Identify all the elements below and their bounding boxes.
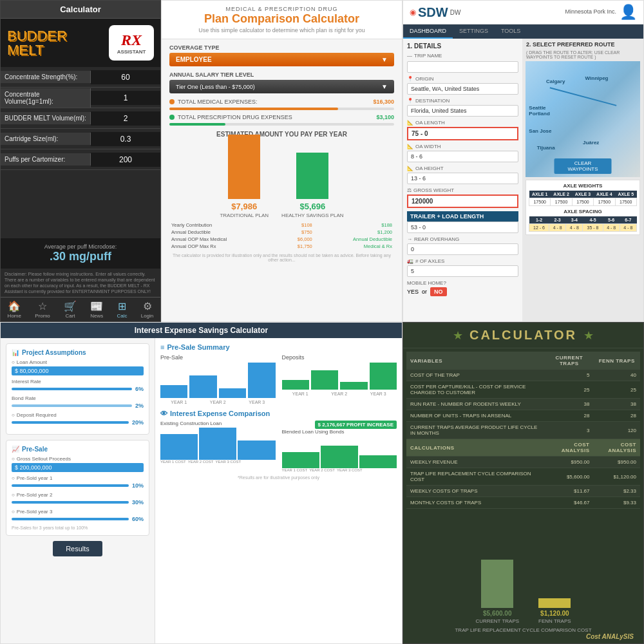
interest-rate-slider[interactable]	[12, 388, 132, 390]
trap-var-row: RUN RATE - NUMBER OF RODENTS WEEKLY3838	[406, 399, 640, 410]
plan-comparison-panel: MEDICAL & PRESCRIPTION DRUG Plan Compari…	[161, 0, 402, 322]
calc-nav-item[interactable]: 🛒Cart	[64, 300, 77, 319]
deposit-bar-1	[282, 380, 309, 390]
trap-calc-fenn: $9.33	[593, 497, 640, 509]
calc-nav-item[interactable]: 🏠Home	[8, 300, 21, 319]
plan-title: Plan Comparison Calculator	[169, 12, 394, 26]
trap-header-title: CALCULATOR	[469, 328, 577, 343]
calc-nav-item[interactable]: ⊞Calc	[117, 300, 127, 319]
trap-var-current: 25	[545, 381, 593, 399]
trap-calc-current: $46.67	[545, 497, 593, 509]
list-icon: ≡	[160, 343, 164, 351]
calc-nav: 🏠Home☆Promo🛒Cart📰News⊞Calc⚙Login	[1, 297, 160, 321]
trap-table-section: VARIABLES CURRENT TRAPS FENN TRAPS COST …	[403, 348, 643, 560]
presold-y2-slider[interactable]	[12, 501, 129, 504]
trap-bar-chart: $5,600.00 CURRENT TRAPS $1,120.00 FENN T…	[410, 566, 637, 624]
blended-bar-1	[282, 452, 319, 468]
map-label-juarez: Juárez	[583, 140, 599, 146]
blended-year-labels: YEAR 1 COST YEAR 2 COST YEAR 3 COST	[282, 468, 397, 472]
expense-value: $16,300	[373, 99, 394, 105]
route-nav-item[interactable]: DASHBOARD	[403, 24, 453, 39]
fenn-traps-header: FENN TRAPS	[593, 352, 640, 370]
blended-loan-label: Blended Loan Using Bonds	[282, 429, 397, 435]
route-nav-item[interactable]: TOOLS	[495, 24, 527, 39]
calc-field-value[interactable]: 0.3	[91, 132, 160, 146]
plan-bar-value: $7,986	[231, 202, 257, 211]
route-oa-width-value: 8 - 6	[407, 151, 518, 162]
presale-bar-1	[160, 385, 187, 398]
axle-spacing-header: 3-4	[566, 216, 583, 224]
trap-calc-row: WEEKLY COSTS OF TRAPS$11.67$2.33	[406, 486, 640, 497]
presale-box: 📈 Pre-Sale ○ Gross Sellout Proceeds $ 20…	[6, 440, 149, 536]
route-map-note: ( DRAG THE ROUTE TO ALTER; USE CLEAR WAY…	[522, 50, 643, 61]
plan-table-label: Annual OOP Max Medical	[169, 236, 279, 243]
map-label-calgary: Calgary	[546, 79, 565, 84]
calc-nav-item[interactable]: 📰News	[90, 300, 103, 319]
calc-field-value[interactable]: 200	[91, 153, 160, 167]
plan-header-sub: MEDICAL & PRESCRIPTION DRUG	[169, 6, 394, 12]
trap-variables-table: VARIABLES CURRENT TRAPS FENN TRAPS COST …	[406, 352, 640, 509]
nav-icon: ☆	[35, 300, 50, 312]
trap-var-label: RUN RATE - NUMBER OF RODENTS WEEKLY	[406, 399, 545, 410]
route-oa-width-label: 📐 OA WIDTH	[407, 144, 518, 149]
deposits-year-labels: YEAR 1 YEAR 2 YEAR 3	[282, 392, 397, 396]
calc-field-value[interactable]: 60	[91, 70, 160, 84]
plan-table-row: Yearly Contribution$108$188	[169, 222, 394, 229]
axle-weights-title: AXLE WEIGHTS	[529, 183, 637, 189]
plan-coverage-dropdown[interactable]: EMPLOYEE▼	[169, 53, 394, 66]
route-nav-item[interactable]: SETTINGS	[453, 24, 495, 39]
calc-field-value[interactable]: 1	[91, 91, 160, 105]
bond-rate-slider-row: 2%	[12, 402, 144, 409]
interest-results: ≡ Pre-Sale Summary Pre-Sale	[155, 338, 402, 643]
presold-y1-slider[interactable]	[12, 484, 129, 487]
plan-est-label: ESTIMATED AMOUNT YOU PAY PER YEAR	[169, 131, 394, 138]
map-label-winnipeg: Winnipeg	[585, 75, 609, 81]
plan-table-trad: $6,000	[279, 236, 314, 243]
presales-note: Pre-Sales for 3 years total up to 100%	[12, 526, 144, 530]
calc-nav-item[interactable]: ⚙Login	[141, 300, 154, 319]
plan-coverage-label: COVERAGE TYPE	[169, 44, 394, 51]
calc-result-area: Average per puff Microdose: .30 mg/puff	[1, 238, 160, 269]
gross-sellout-label: ○ Gross Sellout Proceeds	[12, 456, 144, 462]
interest-rate-value: 6%	[135, 386, 144, 392]
var-col-header: VARIABLES	[406, 352, 545, 370]
existing-year-1: YEAR 1 COST	[160, 460, 186, 464]
route-dest: 📍 DESTINATION Florida, United States	[407, 98, 518, 117]
route-trip-name: — TRIP NAME	[407, 53, 518, 73]
calc-nav-item[interactable]: ☆Promo	[35, 300, 50, 319]
plan-bars: $7,986 TRADITIONAL PLAN $5,696 HEALTHY S…	[169, 141, 394, 218]
yes-option[interactable]: YES	[407, 289, 419, 295]
bond-rate-slider[interactable]	[12, 404, 132, 407]
deposit-slider[interactable]	[12, 421, 129, 424]
blended-loan-bars	[282, 436, 397, 468]
presold-y3-slider[interactable]	[12, 518, 129, 520]
rx-logo: RX ASSISTANT	[109, 25, 154, 61]
trap-bar-name: CURRENT TRAPS	[475, 618, 519, 624]
route-mobile-home: MOBILE HOME? YES or NO	[407, 280, 518, 296]
calc-field-value[interactable]: 2	[91, 111, 160, 126]
route-trip-name-input[interactable]	[407, 61, 518, 73]
nav-icon: ⊞	[117, 300, 127, 312]
presale-bar-4	[248, 363, 275, 398]
axle-weight-value: 17500	[551, 198, 572, 206]
interest-header: Interest Expense Savings Calculator	[1, 323, 402, 338]
calc-field-row: Concentrate Strength(%):60	[1, 67, 160, 88]
plan-expenses: TOTAL MEDICAL EXPENSES: $16,300 TOTAL PR…	[169, 99, 394, 126]
expense-label: TOTAL PRESCRIPTION DRUG EXPENSES	[178, 114, 376, 120]
route-gross-weight: ⚖ GROSS WEIGHT 120000	[407, 187, 518, 208]
calc-field-label: Cartridge Size(ml):	[1, 133, 91, 145]
route-origin-value: Seattle, WA, United States	[407, 83, 518, 95]
trap-var-row: CURRENT TRAPS AVERAGE PRODUCT LIFE CYCLE…	[406, 422, 640, 439]
results-button[interactable]: Results	[53, 541, 102, 556]
trap-var-label: COST OF THE TRAP	[406, 370, 545, 381]
axle-weight-header: AXLE 2	[551, 191, 572, 198]
plan-salary-dropdown[interactable]: Tier One (Less than - $75,000)▼	[169, 80, 394, 93]
route-rear-overhang: → REAR OVERHANG 0	[407, 236, 518, 255]
map-clear-waypoints-button[interactable]: CLEAR WAYPOINTS	[554, 158, 612, 174]
no-option[interactable]: NO	[430, 287, 447, 296]
calc-result-label: Average per puff Microdose:	[5, 243, 156, 250]
current-traps-header: CURRENT TRAPS	[545, 352, 593, 370]
plan-bar-group: $7,986 TRADITIONAL PLAN	[220, 135, 269, 218]
chart-icon: 📊	[12, 349, 19, 356]
trap-bar-name: FENN TRAPS	[538, 618, 571, 624]
